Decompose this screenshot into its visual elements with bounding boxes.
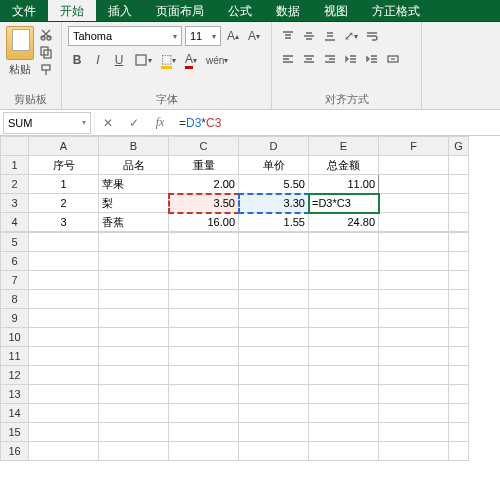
cell[interactable]	[449, 404, 469, 423]
cell[interactable]	[379, 309, 449, 328]
cell[interactable]	[449, 385, 469, 404]
cell[interactable]	[29, 290, 99, 309]
cell[interactable]	[379, 442, 449, 461]
cell[interactable]: 16.00	[169, 213, 239, 232]
cell[interactable]	[449, 309, 469, 328]
cell[interactable]	[99, 442, 169, 461]
cell[interactable]: 序号	[29, 156, 99, 175]
cell[interactable]	[379, 156, 449, 175]
cell[interactable]	[29, 347, 99, 366]
spreadsheet-grid[interactable]: A B C D E F G 1 序号 品名 重量 单价 总金额 2 1 苹果 2…	[0, 136, 500, 500]
cell[interactable]	[239, 252, 309, 271]
paste-icon[interactable]	[6, 26, 34, 60]
cell[interactable]	[449, 156, 469, 175]
cell[interactable]	[239, 366, 309, 385]
cell[interactable]	[239, 347, 309, 366]
cell[interactable]	[169, 404, 239, 423]
cell[interactable]	[449, 271, 469, 290]
cell[interactable]	[449, 252, 469, 271]
cell[interactable]	[169, 442, 239, 461]
cell[interactable]	[239, 442, 309, 461]
cell[interactable]	[239, 423, 309, 442]
row-header[interactable]: 8	[1, 290, 29, 309]
cell[interactable]	[99, 385, 169, 404]
decrease-indent-icon[interactable]	[341, 49, 361, 69]
row-header[interactable]: 4	[1, 213, 29, 232]
copy-icon[interactable]	[36, 44, 56, 60]
font-size-combo[interactable]: 11▾	[185, 26, 221, 46]
cell[interactable]	[169, 423, 239, 442]
cell[interactable]	[379, 233, 449, 252]
cell[interactable]	[449, 290, 469, 309]
align-center-icon[interactable]	[299, 49, 319, 69]
tab-home[interactable]: 开始	[48, 0, 96, 21]
row-header[interactable]: 16	[1, 442, 29, 461]
tab-layout[interactable]: 页面布局	[144, 0, 216, 21]
col-header[interactable]: D	[239, 137, 309, 156]
cell[interactable]	[379, 385, 449, 404]
row-header[interactable]: 11	[1, 347, 29, 366]
align-right-icon[interactable]	[320, 49, 340, 69]
cell[interactable]: 2	[29, 194, 99, 213]
format-painter-icon[interactable]	[36, 62, 56, 78]
cell[interactable]	[379, 194, 449, 213]
cell-ref-c3[interactable]: 3.50	[169, 194, 239, 213]
align-middle-icon[interactable]	[299, 26, 319, 46]
font-name-combo[interactable]: Tahoma▾	[68, 26, 182, 46]
cell[interactable]	[99, 271, 169, 290]
cut-icon[interactable]	[36, 26, 56, 42]
cell[interactable]	[29, 404, 99, 423]
enter-icon[interactable]: ✓	[121, 112, 147, 134]
row-header[interactable]: 6	[1, 252, 29, 271]
cell[interactable]	[29, 366, 99, 385]
cell[interactable]	[309, 309, 379, 328]
cell[interactable]	[99, 309, 169, 328]
merge-cells-icon[interactable]	[383, 49, 403, 69]
row-header[interactable]: 12	[1, 366, 29, 385]
cell[interactable]	[309, 423, 379, 442]
cell[interactable]	[449, 175, 469, 194]
cell[interactable]	[379, 271, 449, 290]
cell[interactable]	[379, 252, 449, 271]
cell[interactable]	[29, 309, 99, 328]
cell-ref-d3[interactable]: 3.30	[239, 194, 309, 213]
bold-button[interactable]: B	[68, 50, 86, 70]
cell[interactable]	[99, 328, 169, 347]
cell[interactable]: 苹果	[99, 175, 169, 194]
name-box[interactable]: SUM▾	[3, 112, 91, 134]
phonetic-button[interactable]: wén▾	[203, 50, 231, 70]
cell[interactable]	[99, 252, 169, 271]
increase-indent-icon[interactable]	[362, 49, 382, 69]
cell[interactable]	[449, 213, 469, 232]
cell[interactable]	[169, 290, 239, 309]
col-header[interactable]: E	[309, 137, 379, 156]
cell[interactable]	[169, 233, 239, 252]
cell[interactable]	[239, 404, 309, 423]
cell[interactable]	[239, 290, 309, 309]
cell[interactable]	[449, 366, 469, 385]
italic-button[interactable]: I	[89, 50, 107, 70]
cell[interactable]	[29, 385, 99, 404]
col-header[interactable]: G	[449, 137, 469, 156]
tab-insert[interactable]: 插入	[96, 0, 144, 21]
cell[interactable]: 1	[29, 175, 99, 194]
select-all-corner[interactable]	[1, 137, 29, 156]
cell[interactable]: 1.55	[239, 213, 309, 232]
align-left-icon[interactable]	[278, 49, 298, 69]
paste-button[interactable]: 粘贴	[6, 62, 34, 77]
cell[interactable]	[99, 366, 169, 385]
cell-editing[interactable]: =D3*C3	[309, 194, 379, 213]
cell[interactable]	[309, 233, 379, 252]
cell[interactable]	[309, 385, 379, 404]
cell[interactable]	[29, 442, 99, 461]
col-header[interactable]: A	[29, 137, 99, 156]
cell[interactable]	[239, 385, 309, 404]
cell[interactable]	[449, 423, 469, 442]
cell[interactable]	[169, 252, 239, 271]
cell[interactable]: 梨	[99, 194, 169, 213]
font-color-button[interactable]: A▾	[182, 50, 200, 70]
cell[interactable]	[99, 347, 169, 366]
cell[interactable]	[449, 328, 469, 347]
cell[interactable]	[449, 233, 469, 252]
row-header[interactable]: 1	[1, 156, 29, 175]
